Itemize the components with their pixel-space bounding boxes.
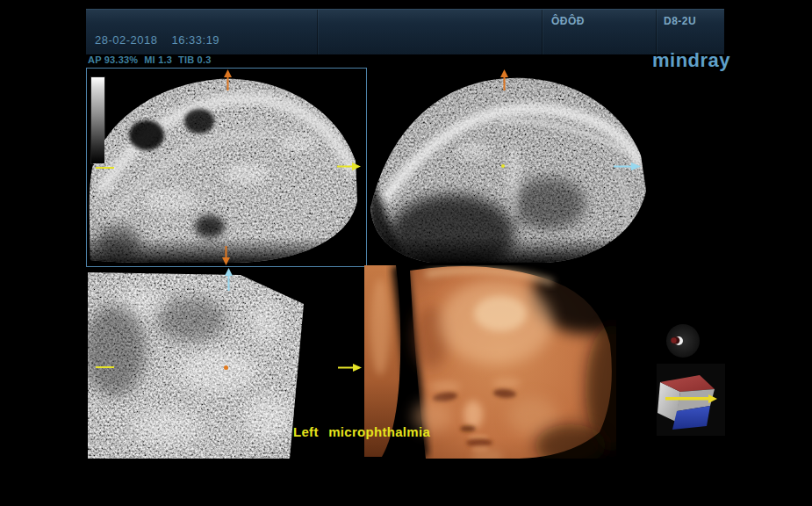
plane-c-right-yellow-axis-arrow[interactable] xyxy=(338,363,362,372)
plane-a-right-yellow-axis-arrow[interactable] xyxy=(337,162,361,171)
ultrasound-screen: 28-02-201816:33:19 ÔĐÔĐ D8-2U AP 93.33%M… xyxy=(0,0,812,506)
plane-b-top-orange-axis-arrow[interactable] xyxy=(499,69,509,90)
acoustic-output-readout: AP 93.33%MI 1.3TIB 0.3 xyxy=(88,54,218,65)
thermal-index-value: TIB 0.3 xyxy=(178,54,211,65)
header-bar: 28-02-201816:33:19 ÔĐÔĐ D8-2U xyxy=(86,9,724,54)
plane-c-top-cyan-axis-arrow[interactable] xyxy=(224,268,234,291)
header-divider xyxy=(656,10,657,54)
exam-datetime: 28-02-201816:33:19 xyxy=(95,33,219,47)
plane-b-ultrasound-image xyxy=(369,68,650,265)
exam-time: 16:33:19 xyxy=(172,33,220,47)
plane-c-left-yellow-tick xyxy=(96,366,114,368)
plane-b-quadrant[interactable] xyxy=(369,68,650,265)
diagnosis-annotation[interactable]: Left microphthalmia xyxy=(293,424,430,439)
probe-model-label: D8-2U xyxy=(664,15,696,27)
mechanical-index-value: MI 1.3 xyxy=(144,54,172,65)
focus-position-tick xyxy=(96,167,114,169)
exam-date: 28-02-2018 xyxy=(95,33,158,47)
trackball-indicator-icon xyxy=(666,324,700,361)
header-divider xyxy=(542,10,543,54)
plane-b-right-cyan-axis-arrow[interactable] xyxy=(614,162,641,171)
exam-type-label: ÔĐÔĐ xyxy=(551,15,585,27)
voi-orientation-cube-icon xyxy=(654,367,724,439)
plane-c-center-reference-dot xyxy=(224,365,228,370)
grayscale-map-bar xyxy=(91,77,104,163)
plane-a-bottom-orange-axis-arrow[interactable] xyxy=(221,246,231,265)
plane-a-ultrasound-image xyxy=(87,69,366,266)
header-divider xyxy=(317,10,318,54)
acoustic-power-value: AP 93.33% xyxy=(88,54,138,65)
plane-b-center-reference-dot xyxy=(501,164,505,168)
plane-a-top-orange-axis-arrow[interactable] xyxy=(223,69,233,90)
plane-a-quadrant[interactable] xyxy=(86,68,367,267)
mindray-logo: mindray xyxy=(652,49,730,72)
